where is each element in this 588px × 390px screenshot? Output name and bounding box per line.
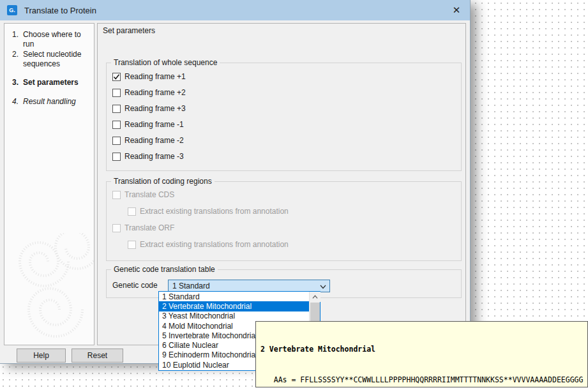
scroll-up-icon[interactable]	[310, 292, 320, 302]
checkbox-label: Reading frame +1	[124, 72, 186, 81]
check-icon	[113, 73, 120, 80]
step-number: 1.	[12, 30, 19, 40]
checkbox-row-reading-frame-minus2[interactable]: Reading frame -2	[112, 135, 184, 146]
step-number: 2.	[12, 50, 19, 59]
step-number: 4.	[12, 97, 19, 107]
checkbox-label: Extract existing translations from annot…	[140, 207, 289, 216]
panel-header: Set parameters	[103, 26, 155, 35]
group-translation-whole-sequence: Translation of whole sequence Reading fr…	[106, 63, 462, 171]
checkbox-icon[interactable]	[112, 153, 121, 161]
tooltip-title: 2 Vertebrate Mitochondrial	[260, 344, 587, 354]
dropdown-item-1-standard[interactable]: 1 Standard	[159, 292, 310, 301]
checkbox-label: Extract existing translations from annot…	[140, 240, 289, 249]
reset-button[interactable]: Reset	[72, 349, 123, 363]
checkbox-icon	[112, 224, 121, 232]
checkbox-label: Reading frame +2	[124, 88, 186, 97]
checkbox-row-translate-orf: Translate ORF	[112, 223, 174, 233]
group-translation-coding-regions: Translation of coding regions Translate …	[106, 181, 462, 261]
dropdown-item-2-vertebrate-mitochondrial[interactable]: 2 Vertebrate Mitochondrial	[159, 301, 310, 311]
checkbox-label: Reading frame -1	[124, 120, 184, 129]
watermark-spirals-decoration	[4, 233, 94, 345]
window-title: Translate to Protein	[24, 6, 96, 15]
checkbox-row-reading-frame-minus1[interactable]: Reading frame -1	[112, 119, 184, 130]
genetic-code-field-label: Genetic code	[112, 281, 158, 290]
genetic-code-tooltip: 2 Vertebrate Mitochondrial AAs = FFLLSSS…	[255, 321, 588, 387]
checkbox-row-extract-orf-translations: Extract existing translations from annot…	[128, 239, 289, 250]
checkbox-label: Reading frame -2	[124, 136, 184, 145]
checkbox-label: Reading frame -3	[124, 152, 184, 161]
checkbox-row-extract-cds-translations: Extract existing translations from annot…	[128, 206, 289, 216]
wizard-step-2: 2. Select nucleotide sequences	[12, 50, 91, 69]
wizard-steps-sidebar: 1. Choose where to run 2. Select nucleot…	[4, 23, 94, 345]
checkbox-icon[interactable]	[112, 137, 121, 145]
checkbox-row-translate-cds: Translate CDS	[112, 190, 174, 200]
checkbox-icon[interactable]	[112, 105, 121, 113]
help-button[interactable]: Help	[17, 349, 66, 363]
checkbox-label: Translate ORF	[124, 223, 174, 232]
app-icon: G.	[7, 5, 17, 15]
checkbox-row-reading-frame-minus3[interactable]: Reading frame -3	[112, 151, 184, 161]
dropdown-item-3-yeast-mitochondrial[interactable]: 3 Yeast Mitochondrial	[159, 311, 310, 321]
checkbox-icon	[128, 207, 136, 216]
titlebar: G. Translate to Protein ✕	[0, 0, 470, 20]
group-title: Translation of coding regions	[111, 177, 215, 186]
tooltip-aas-line: AAs = FFLLSSSSYY**CCWWLLLLPPPPHHQQRRRRII…	[260, 375, 587, 385]
step-label: Result handling	[12, 97, 91, 107]
step-label: Set parameters	[12, 78, 91, 87]
step-label: Choose where to run	[12, 30, 91, 49]
checkbox-label: Reading frame +3	[124, 104, 186, 113]
combobox-value: 1 Standard	[172, 281, 210, 290]
genetic-code-combobox[interactable]: 1 Standard	[168, 280, 330, 292]
wizard-step-4: 4. Result handling	[12, 97, 91, 107]
wizard-step-3-current: 3. Set parameters	[12, 78, 91, 87]
group-title: Genetic code translation table	[111, 265, 218, 274]
checkbox-label: Translate CDS	[124, 190, 174, 199]
checkbox-icon	[128, 241, 136, 249]
checkbox-icon[interactable]	[112, 121, 121, 129]
checkbox-icon	[112, 191, 121, 199]
checkbox-row-reading-frame-plus1[interactable]: Reading frame +1	[112, 71, 186, 82]
step-label: Select nucleotide sequences	[12, 50, 91, 69]
wizard-step-1: 1. Choose where to run	[12, 30, 91, 49]
chevron-down-icon	[320, 283, 326, 290]
group-title: Translation of whole sequence	[111, 58, 220, 67]
step-number: 3.	[12, 78, 19, 87]
checkbox-icon[interactable]	[112, 73, 121, 81]
checkbox-row-reading-frame-plus2[interactable]: Reading frame +2	[112, 87, 186, 98]
checkbox-icon[interactable]	[112, 89, 121, 97]
close-icon[interactable]: ✕	[446, 0, 467, 20]
checkbox-row-reading-frame-plus3[interactable]: Reading frame +3	[112, 103, 186, 114]
